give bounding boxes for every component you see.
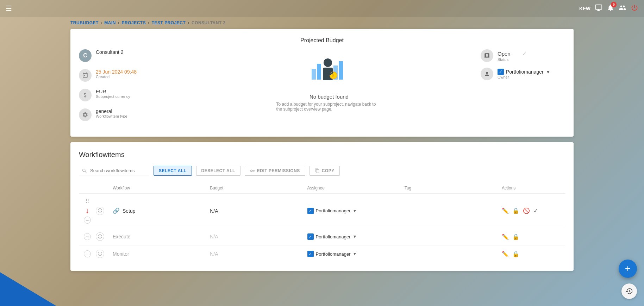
copy-button[interactable]: COPY [310, 166, 340, 176]
people-icon[interactable] [619, 4, 626, 13]
no-budget-title: No budget found [310, 94, 349, 100]
edit-permissions-button[interactable]: EDIT PERMISSIONS [245, 166, 305, 176]
assignee-checkbox-setup: ✓ [307, 208, 314, 214]
workflow-name-execute: Execute [113, 234, 131, 239]
add-workflowitem-button[interactable]: + [619, 260, 637, 278]
col-tag: Tag [405, 186, 502, 191]
row-minus-btn-execute[interactable]: − [84, 233, 91, 240]
row-info-btn-setup[interactable]: ⓘ [96, 207, 104, 215]
subproject-currency: EUR [96, 89, 130, 94]
table-row: − ⓘ Execute N/A ✓ Portfoliomanager ▼ ✏️ … [79, 228, 565, 245]
svg-text:$: $ [332, 73, 334, 78]
kfw-label: KFW [579, 6, 590, 11]
owner-dropdown-arrow[interactable]: ▼ [546, 69, 551, 75]
col-budget: Budget [210, 186, 307, 191]
workflow-name-setup: Setup [123, 208, 136, 214]
edit-icon-execute[interactable]: ✏️ [502, 233, 509, 240]
workflowitems-toolbar: SELECT ALL DESELECT ALL EDIT PERMISSIONS… [79, 166, 565, 176]
main-content: Projected Budget C Consultant 2 [70, 29, 574, 271]
col-workflow: Workflow [113, 186, 210, 191]
subproject-workflow-type-label: Workflowitem type [96, 114, 127, 118]
actions-execute: ✏️ 🔒 [502, 233, 565, 240]
owner-label: Owner [498, 75, 550, 79]
assignee-dropdown-monitor[interactable]: ▼ [353, 251, 357, 256]
currency-icon [79, 89, 92, 101]
avatar: C [79, 49, 92, 62]
col-drag [79, 186, 96, 191]
subproject-workflow-type: general [96, 108, 127, 114]
subproject-date-row: 25 Jun 2024 09:48 Created [79, 69, 177, 82]
assignee-name-monitor: Portfoliomanager [316, 251, 351, 257]
actions-setup: ✏️ 🔒 🚫 ✓ [502, 207, 565, 214]
drag-handle-icon[interactable]: ⠿ [85, 198, 89, 205]
search-box [79, 167, 149, 175]
svg-rect-4 [339, 61, 343, 80]
subproject-name-row: C Consultant 2 [79, 49, 177, 62]
section-title: Workflowitems [79, 151, 565, 159]
power-icon[interactable] [631, 4, 638, 13]
assignee-setup: ✓ Portfoliomanager ▼ [307, 208, 405, 214]
assignee-dropdown-setup[interactable]: ▼ [353, 208, 357, 213]
col-assignee: Assignee [307, 186, 405, 191]
owner-icon [481, 68, 493, 80]
row-minus-btn-monitor[interactable]: − [84, 250, 91, 257]
owner-row: ✓ Portfoliomanager ▼ Owner [481, 68, 565, 80]
search-input[interactable] [90, 168, 146, 173]
status-check-icon: ✓ [522, 50, 527, 57]
subproject-date: 25 Jun 2024 09:48 [96, 69, 137, 75]
subproject-card: Projected Budget C Consultant 2 [70, 29, 574, 137]
lock-icon-monitor[interactable]: 🔒 [512, 251, 519, 257]
svg-rect-2 [317, 64, 321, 80]
status-label: Status [498, 57, 527, 62]
breadcrumb-main[interactable]: MAIN [104, 20, 116, 25]
assignee-name-setup: Portfoliomanager [316, 208, 351, 213]
breadcrumb: TRUBUDGET › MAIN › PROJECTS › TEST PROJE… [0, 17, 644, 29]
row-info-btn-execute[interactable]: ⓘ [96, 232, 104, 241]
assignee-checkbox-execute: ✓ [307, 233, 314, 240]
notification-badge: 6 [611, 2, 617, 7]
lock-icon-execute[interactable]: 🔒 [512, 233, 519, 240]
sep3: › [148, 20, 150, 25]
svg-rect-0 [595, 5, 602, 9]
no-budget-area: $ No budget found To add a budget for yo… [186, 49, 472, 117]
col-actions: Actions [502, 186, 565, 191]
drag-down-arrow: ↓ [86, 206, 89, 215]
notifications-icon[interactable]: 6 [607, 4, 614, 13]
edit-icon-monitor[interactable]: ✏️ [502, 251, 509, 257]
top-bar: ☰ KFW 6 [0, 0, 644, 17]
row-minus-btn[interactable]: − [84, 217, 91, 224]
owner-dropdown[interactable]: ✓ Portfoliomanager ▼ [498, 69, 550, 75]
history-button[interactable] [621, 283, 637, 299]
workflow-name-monitor: Monitor [113, 251, 129, 257]
svg-rect-1 [312, 69, 316, 80]
row-info-btn-monitor[interactable]: ⓘ [96, 250, 104, 258]
card-right: Open ✓ Status ✓ Portfoliomanager [481, 49, 565, 80]
assignee-dropdown-execute[interactable]: ▼ [353, 234, 357, 239]
assignee-monitor: ✓ Portfoliomanager ▼ [307, 251, 405, 257]
check-icon-setup[interactable]: ✓ [533, 207, 538, 214]
svg-point-5 [324, 58, 332, 67]
subproject-name: Consultant 2 [96, 49, 124, 55]
deselect-all-button[interactable]: DESELECT ALL [196, 166, 240, 176]
status-icon [481, 49, 493, 62]
monitor-icon[interactable] [595, 4, 602, 13]
menu-icon[interactable]: ☰ [6, 4, 12, 13]
subproject-workflowtype-row: general Workflowitem type [79, 108, 177, 121]
sep1: › [101, 20, 102, 25]
select-all-button[interactable]: SELECT ALL [154, 166, 192, 176]
breadcrumb-trubudget[interactable]: TRUBUDGET [70, 20, 99, 25]
block-icon-setup[interactable]: 🚫 [523, 207, 530, 214]
lock-icon-setup[interactable]: 🔒 [512, 207, 519, 214]
no-budget-desc: To add a budget for your subproject, nav… [276, 102, 382, 112]
card-header-title: Projected Budget [79, 37, 565, 44]
card-left: C Consultant 2 25 Jun 2024 09:48 Created [79, 49, 177, 128]
actions-monitor: ✏️ 🔒 [502, 251, 565, 257]
budget-execute: N/A [210, 234, 307, 239]
table-row: − ⓘ Monitor N/A ✓ Portfoliomanager ▼ ✏️ … [79, 245, 565, 262]
edit-icon-setup[interactable]: ✏️ [502, 207, 509, 214]
settings-icon [79, 108, 92, 121]
breadcrumb-projects[interactable]: PROJECTS [122, 20, 146, 25]
key-icon [250, 168, 255, 173]
breadcrumb-test-project[interactable]: TEST PROJECT [152, 20, 186, 25]
owner-name: Portfoliomanager [506, 69, 544, 75]
